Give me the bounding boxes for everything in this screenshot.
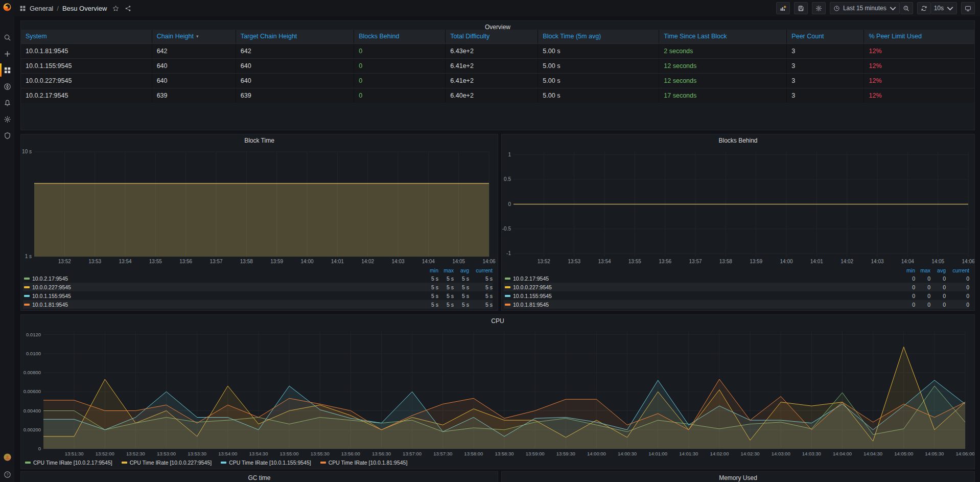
panel-title-blocks-behind[interactable]: Blocks Behind (502, 134, 974, 147)
x-axis-tick-label: 14:05 (931, 259, 944, 264)
legend-stat-column[interactable]: avg (454, 267, 469, 273)
legend-series-name[interactable]: 10.0.0.227:9545 (513, 284, 900, 290)
legend-stat-column[interactable]: min (900, 267, 915, 273)
sidebar-dashboards-icon[interactable] (0, 62, 14, 78)
legend-header: minmaxavgcurrent (23, 266, 493, 274)
legend-series-item[interactable]: CPU Time IRate [10.0.1.155:9545] (220, 460, 311, 466)
breadcrumb-folder[interactable]: General (30, 5, 53, 12)
grafana-logo-icon[interactable] (3, 3, 12, 12)
block-time-chart[interactable]: 10 s1 s13:5213:5313:5413:5513:5613:5713:… (21, 147, 498, 268)
legend-stat-value: 0 (946, 293, 969, 299)
add-panel-button[interactable] (776, 2, 790, 14)
x-axis-tick-label: 13:57 (209, 259, 222, 264)
legend-stat-column[interactable]: current (946, 267, 969, 273)
user-avatar[interactable] (0, 449, 14, 465)
legend-stat-column[interactable]: max (915, 267, 930, 273)
legend-series-color-icon[interactable] (505, 295, 510, 297)
x-axis-tick-label: 14:01:00 (648, 451, 667, 456)
chevron-down-icon (890, 5, 896, 12)
cpu-chart[interactable]: 0.01200.01000.008000.006000.004000.00200… (21, 327, 974, 456)
legend-series-name: CPU Time IRate [10.0.0.227:9545] (130, 460, 212, 466)
table-column-header[interactable]: System (21, 30, 152, 43)
table-cell: 3 (786, 74, 864, 88)
legend-series-item[interactable]: CPU Time IRate [10.0.1.81:9545] (319, 460, 408, 466)
y-axis-tick-label: 0 (508, 201, 511, 207)
panel-cpu: CPU 0.01200.01000.008000.006000.004000.0… (20, 314, 975, 469)
x-axis-tick-label: 13:58 (719, 259, 732, 264)
legend-series-row: 10.0.0.227:95455 s5 s5 s5 s (23, 283, 493, 291)
legend-series-name[interactable]: 10.0.1.81:9545 (32, 302, 423, 308)
legend-stat-column[interactable]: min (423, 267, 438, 273)
legend-series-name[interactable]: 10.0.1.155:9545 (32, 293, 423, 299)
x-axis-tick-label: 14:00:30 (618, 451, 637, 456)
table-column-header[interactable]: Target Chain Height (236, 30, 354, 43)
x-axis-tick-label: 13:56 (179, 259, 192, 264)
legend-series-color-icon[interactable] (24, 278, 30, 280)
legend-stat-value: 0 (930, 302, 946, 308)
legend-series-color-icon (25, 462, 31, 464)
help-icon[interactable]: ? (0, 467, 14, 482)
x-axis-tick-label: 13:52:30 (126, 451, 145, 456)
table-column-header[interactable]: Peer Count (786, 30, 864, 43)
zoom-out-button[interactable] (900, 2, 913, 14)
legend-series-color-icon[interactable] (24, 295, 30, 297)
legend-stat-column[interactable]: avg (930, 267, 946, 273)
legend-series-name[interactable]: 10.0.0.227:9545 (32, 284, 423, 290)
breadcrumb: General / Besu Overview (19, 5, 131, 12)
x-axis-tick-label: 13:58:00 (464, 451, 483, 456)
star-icon[interactable] (112, 5, 119, 12)
table-column-header[interactable]: Block Time (5m avg) (538, 30, 659, 43)
breadcrumb-dashboard-title[interactable]: Besu Overview (62, 5, 107, 12)
sidebar-server-admin-shield-icon[interactable] (0, 128, 14, 143)
table-column-header[interactable]: Chain Height▾ (152, 30, 236, 43)
panel-title-memory-used[interactable]: Memory Used (502, 472, 974, 482)
legend-series-color-icon[interactable] (505, 304, 510, 306)
legend-series-name[interactable]: 10.0.1.81:9545 (513, 302, 900, 308)
table-column-header[interactable]: Time Since Last Block (659, 30, 786, 43)
legend-series-name[interactable]: 10.0.2.17:9545 (513, 276, 900, 282)
x-axis-tick-label: 14:03 (391, 259, 404, 264)
dashboard-settings-button[interactable] (812, 2, 826, 14)
blocks-behind-chart[interactable]: 10.50-0.5-113:5213:5313:5413:5513:5613:5… (502, 147, 974, 268)
legend-stat-value: 5 s (438, 284, 454, 290)
refresh-interval-dropdown[interactable]: 10s (931, 2, 957, 14)
y-axis-tick-label: 0.00200 (24, 427, 41, 432)
panel-title-gc-time[interactable]: GC time (21, 472, 498, 482)
panel-title-cpu[interactable]: CPU (21, 315, 974, 327)
sidebar-create-plus-icon[interactable] (0, 46, 14, 61)
share-icon[interactable] (125, 5, 131, 12)
legend-series-color-icon (320, 462, 326, 464)
x-axis-tick-label: 14:02:30 (741, 451, 760, 456)
refresh-button[interactable] (917, 2, 931, 14)
legend-stat-column[interactable]: current (469, 267, 493, 273)
sidebar-alerting-bell-icon[interactable] (0, 95, 14, 110)
legend-series-name[interactable]: 10.0.1.155:9545 (513, 293, 900, 299)
cycle-view-button[interactable] (961, 2, 975, 14)
legend-series-color-icon[interactable] (24, 304, 30, 306)
legend-series-color-icon[interactable] (505, 278, 510, 280)
panel-memory-used: Memory Used (501, 471, 975, 482)
legend-stat-column[interactable]: max (438, 267, 454, 273)
legend-stat-value: 0 (915, 284, 930, 290)
legend-series-color-icon[interactable] (24, 286, 30, 288)
block-time-legend: minmaxavgcurrent10.0.2.17:95455 s5 s5 s5… (23, 266, 493, 309)
table-column-header[interactable]: Total Difficulty (445, 30, 538, 43)
time-range-picker[interactable]: Last 15 minutes (830, 2, 900, 14)
table-column-header[interactable]: Blocks Behind (354, 30, 445, 43)
sidebar-explore-compass-icon[interactable] (0, 79, 14, 94)
legend-series-name[interactable]: 10.0.2.17:9545 (32, 276, 423, 282)
panel-title-block-time[interactable]: Block Time (21, 134, 498, 147)
save-dashboard-button[interactable] (794, 2, 808, 14)
legend-series-color-icon[interactable] (505, 286, 510, 288)
legend-series-item[interactable]: CPU Time IRate [10.0.0.227:9545] (121, 460, 212, 466)
sidebar-search-icon[interactable] (0, 30, 14, 45)
table-row: 10.0.2.17:954563963906.40e+25.00 s17 sec… (21, 88, 974, 103)
table-cell: 3 (786, 44, 864, 58)
y-axis-tick-label: -1 (506, 250, 511, 256)
x-axis-tick-label: 14:01 (810, 259, 823, 264)
table-cell: 10.0.1.81:9545 (21, 44, 152, 58)
table-column-header[interactable]: % Peer Limit Used (864, 30, 974, 43)
legend-series-item[interactable]: CPU Time IRate [10.0.2.17:9545] (24, 460, 112, 466)
sidebar-configuration-gear-icon[interactable] (0, 111, 14, 127)
x-axis-tick-label: 14:02 (361, 259, 374, 264)
